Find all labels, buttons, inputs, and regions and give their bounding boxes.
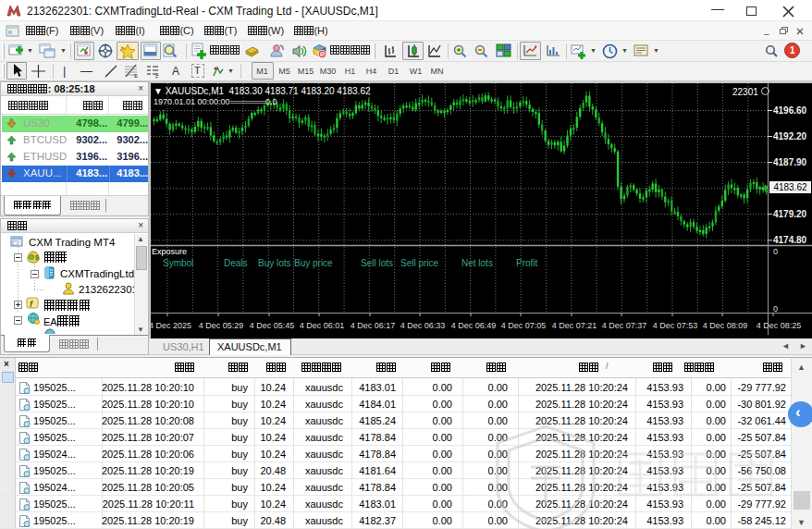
svg-text:$: $ (35, 254, 39, 262)
svg-text:E: E (134, 73, 138, 79)
svg-text:F: F (155, 74, 159, 79)
